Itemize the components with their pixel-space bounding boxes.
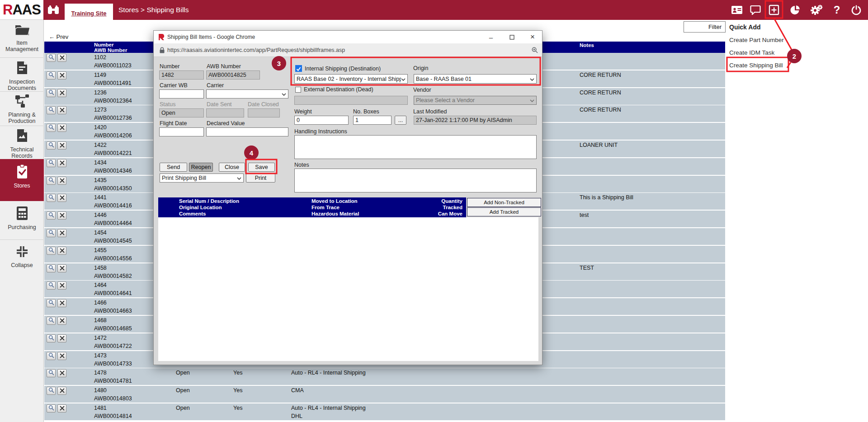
- reopen-button[interactable]: Reopen: [189, 163, 213, 172]
- view-bill-button[interactable]: [47, 387, 56, 395]
- flight-date-input[interactable]: [159, 127, 204, 136]
- binoculars-icon[interactable]: [46, 3, 61, 17]
- delete-bill-button[interactable]: [57, 124, 66, 132]
- view-bill-button[interactable]: [47, 247, 56, 255]
- id-card-icon[interactable]: [730, 3, 744, 17]
- menu-item-create-shipping-bill[interactable]: Create Shipping Bill: [729, 62, 783, 69]
- view-bill-button[interactable]: [47, 317, 56, 325]
- raas-logo[interactable]: RAAS: [0, 0, 43, 20]
- internal-destination-select[interactable]: RAAS Base 02 - Inventory - Internal Ship…: [294, 74, 408, 84]
- window-title-bar[interactable]: Shipping Bill Items - Google Chrome – ×: [154, 31, 542, 43]
- sidebar-item-technical-records[interactable]: Technical Records: [0, 128, 44, 159]
- prev-page-link[interactable]: ← Prev: [49, 33, 68, 40]
- external-destination-checkbox[interactable]: [295, 87, 301, 93]
- handling-instructions-textarea[interactable]: [294, 135, 537, 159]
- print-type-select[interactable]: Print Shipping Bill: [160, 173, 244, 183]
- delete-bill-button[interactable]: [57, 369, 66, 377]
- view-bill-button[interactable]: [47, 194, 56, 202]
- quick-add-icon[interactable]: [767, 3, 781, 17]
- save-button[interactable]: Save: [248, 163, 275, 172]
- delete-bill-button[interactable]: [57, 229, 66, 237]
- minimize-button[interactable]: –: [486, 32, 496, 42]
- delete-bill-button[interactable]: [57, 387, 66, 395]
- power-icon[interactable]: [849, 3, 863, 17]
- sidebar-item-purchasing[interactable]: Purchasing: [0, 206, 44, 230]
- menu-item-create-idm-task[interactable]: Create IDM Task: [729, 49, 774, 56]
- sidebar-item-item-management[interactable]: Item Management: [0, 23, 44, 52]
- add-tracked-button[interactable]: Add Tracked: [467, 207, 541, 216]
- help-icon[interactable]: ?: [830, 3, 844, 17]
- delete-bill-button[interactable]: [57, 404, 66, 413]
- chat-icon[interactable]: [748, 3, 763, 17]
- view-bill-button[interactable]: [47, 404, 56, 413]
- delete-bill-button[interactable]: [57, 177, 66, 185]
- view-bill-button[interactable]: [47, 264, 56, 272]
- magnifier-icon: [48, 211, 54, 220]
- annotation-line: [787, 62, 791, 68]
- x-icon: [60, 89, 65, 97]
- top-bar: RAAS Stores > Shipping Bills: [0, 0, 868, 20]
- delete-bill-button[interactable]: [57, 352, 66, 360]
- annotation-number-2: 2: [793, 52, 796, 60]
- delete-bill-button[interactable]: [57, 194, 66, 202]
- sidebar-item-stores[interactable]: Stores: [0, 159, 44, 201]
- chevron-down-icon: [282, 91, 286, 97]
- close-window-button[interactable]: ×: [528, 32, 538, 42]
- internal-shipping-checkbox[interactable]: [295, 65, 302, 72]
- view-bill-button[interactable]: [47, 124, 56, 132]
- menu-item-create-part-number[interactable]: Create Part Number: [729, 37, 784, 43]
- bill-awb-number: AWB00014464: [94, 220, 132, 226]
- send-button[interactable]: Send: [160, 163, 187, 172]
- pie-chart-icon[interactable]: [788, 3, 802, 17]
- delete-bill-button[interactable]: [57, 317, 66, 325]
- filter-button[interactable]: Filter: [684, 21, 726, 33]
- view-bill-button[interactable]: [47, 281, 56, 290]
- declared-value-input[interactable]: [206, 127, 288, 136]
- add-non-tracked-button[interactable]: Add Non-Tracked: [467, 198, 541, 207]
- view-bill-button[interactable]: [47, 369, 56, 377]
- view-bill-button[interactable]: [47, 71, 56, 80]
- view-bill-button[interactable]: [47, 177, 56, 185]
- weight-input[interactable]: 0: [294, 116, 349, 125]
- delete-bill-button[interactable]: [57, 89, 66, 97]
- notes-textarea[interactable]: [294, 169, 537, 192]
- close-button[interactable]: Close: [219, 163, 245, 172]
- x-icon: [60, 211, 65, 220]
- delete-bill-button[interactable]: [57, 211, 66, 220]
- delete-bill-button[interactable]: [57, 334, 66, 342]
- print-button[interactable]: Print: [246, 173, 275, 183]
- delete-bill-button[interactable]: [57, 106, 66, 114]
- view-bill-button[interactable]: [47, 299, 56, 307]
- url-bar[interactable]: https://raasais.aviationintertec.com/app…: [154, 43, 542, 57]
- view-bill-button[interactable]: [47, 159, 56, 167]
- vendor-select[interactable]: Please Select a Vendor: [414, 96, 537, 105]
- view-bill-button[interactable]: [47, 352, 56, 360]
- tab-training-site[interactable]: Training Site: [65, 4, 113, 23]
- no-boxes-input[interactable]: 1: [353, 116, 392, 125]
- view-bill-button[interactable]: [47, 89, 56, 97]
- delete-bill-button[interactable]: [57, 54, 66, 62]
- sidebar-item-planning-production[interactable]: Planning & Production: [0, 94, 44, 124]
- delete-bill-button[interactable]: [57, 264, 66, 272]
- delete-bill-button[interactable]: [57, 159, 66, 167]
- delete-bill-button[interactable]: [57, 299, 66, 307]
- boxes-more-button[interactable]: ...: [395, 116, 406, 125]
- view-bill-button[interactable]: [47, 334, 56, 342]
- view-bill-button[interactable]: [47, 229, 56, 237]
- delete-bill-button[interactable]: [57, 71, 66, 80]
- maximize-button[interactable]: [507, 32, 517, 42]
- settings-icon[interactable]: [809, 3, 824, 17]
- origin-select[interactable]: Base - RAAS Base 01: [414, 74, 537, 84]
- view-bill-button[interactable]: [47, 141, 56, 150]
- delete-bill-button[interactable]: [57, 281, 66, 290]
- bill-awb-number: AWB00014350: [94, 185, 132, 192]
- sidebar-item-inspection-documents[interactable]: Inspection Documents: [0, 61, 44, 91]
- sidebar-collapse-button[interactable]: Collapse: [0, 245, 44, 268]
- delete-bill-button[interactable]: [57, 141, 66, 150]
- delete-bill-button[interactable]: [57, 247, 66, 255]
- carrier-wb-input[interactable]: [159, 89, 204, 98]
- view-bill-button[interactable]: [47, 211, 56, 220]
- view-bill-button[interactable]: [47, 54, 56, 62]
- view-bill-button[interactable]: [47, 106, 56, 114]
- carrier-select[interactable]: [206, 89, 288, 98]
